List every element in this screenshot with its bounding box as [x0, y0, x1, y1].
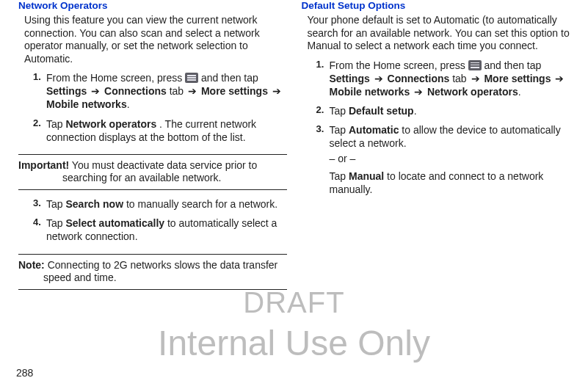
step-text: Tap — [330, 170, 349, 182]
ui-label-mobile-networks: Mobile networks — [46, 98, 127, 110]
left-column: Network Operators Using this feature you… — [11, 0, 294, 297]
period: . — [127, 98, 130, 110]
step-number: 1. — [316, 59, 324, 71]
or-divider: – or – — [330, 152, 570, 165]
period: . — [414, 105, 417, 117]
watermark-internal: Internal Use Only — [0, 323, 588, 363]
important-label: Important! — [18, 159, 69, 171]
period: . — [518, 86, 521, 98]
steps-left-first: 1. From the Home screen, press and then … — [18, 71, 287, 150]
steps-left-second: 3. Tap Search now to manually search for… — [18, 197, 287, 250]
ui-label-search-now: Search now — [65, 198, 123, 210]
arrow-icon: ➔ — [186, 85, 198, 97]
page-number: 288 — [16, 367, 33, 379]
note-body: Connecting to 2G networks slows the data… — [43, 259, 277, 284]
step-text: From the Home screen, press — [330, 59, 468, 71]
ui-label-select-automatically: Select automatically — [65, 217, 164, 229]
menu-icon — [185, 73, 198, 83]
ui-label-connections: Connections — [388, 73, 450, 84]
step-number: 3. — [33, 197, 41, 210]
note-label: Note: — [18, 259, 45, 271]
step-4-left: 4. Tap Select automatically to automatic… — [33, 216, 287, 249]
step-text: Tap — [330, 105, 349, 117]
ui-label-network-operators: Network operators — [427, 86, 518, 98]
step-1-right: 1. From the Home screen, press and then … — [316, 59, 570, 105]
step-number: 3. — [316, 123, 324, 136]
steps-right: 1. From the Home screen, press and then … — [302, 59, 570, 203]
step-text: and then tap — [201, 72, 258, 84]
ui-label-more-settings: More settings — [484, 73, 551, 84]
ui-label-settings: Settings — [330, 73, 370, 84]
step-text: and then tap — [484, 59, 541, 71]
arrow-icon: ➔ — [373, 73, 385, 84]
note-callout: Note: Connecting to 2G networks slows th… — [18, 254, 287, 290]
arrow-icon: ➔ — [413, 86, 424, 98]
arrow-icon: ➔ — [271, 85, 283, 97]
step-3-right: 3. Tap Automatic to allow the device to … — [316, 123, 570, 202]
ui-label-more-settings: More settings — [201, 85, 268, 97]
ui-label-settings: Settings — [46, 85, 87, 97]
step-text: Tap — [46, 217, 65, 229]
step-text: to manually search for a network. — [126, 198, 277, 210]
step-text: Tap — [46, 198, 65, 210]
intro-left: Using this feature you can view the curr… — [24, 14, 287, 65]
step-number: 2. — [33, 117, 41, 130]
step-text: tab — [170, 85, 186, 97]
step-text: tab — [452, 73, 469, 84]
step-number: 1. — [33, 71, 41, 84]
step-text: Tap — [330, 124, 349, 136]
arrow-icon: ➔ — [553, 73, 565, 84]
step-text: Tap — [46, 118, 65, 130]
important-callout: Important! You must deactivate data serv… — [18, 154, 287, 190]
menu-icon — [468, 60, 482, 70]
ui-label-mobile-networks: Mobile networks — [330, 86, 410, 98]
section-title-default-setup: Default Setup Options — [302, 0, 570, 11]
important-body: You must deactivate data service prior t… — [62, 159, 257, 184]
step-2-left: 2. Tap Network operators . The current n… — [33, 117, 287, 150]
step-number: 4. — [33, 216, 41, 229]
ui-label-default-setup: Default setup — [349, 105, 414, 117]
ui-label-connections: Connections — [104, 85, 167, 97]
step-3-left: 3. Tap Search now to manually search for… — [33, 197, 287, 216]
ui-label-manual: Manual — [349, 170, 384, 182]
ui-label-automatic: Automatic — [349, 124, 399, 136]
ui-label-network-operators: Network operators — [65, 118, 156, 130]
step-number: 2. — [316, 104, 324, 117]
arrow-icon: ➔ — [470, 73, 482, 84]
arrow-icon: ➔ — [90, 85, 101, 97]
step-text: From the Home screen, press — [46, 72, 185, 84]
step-2-right: 2. Tap Default setup. — [316, 104, 570, 123]
intro-right: Your phone default is set to Automatic (… — [308, 14, 570, 53]
right-column: Default Setup Options Your phone default… — [294, 0, 578, 297]
section-title-network-operators: Network Operators — [18, 0, 287, 11]
step-1-left: 1. From the Home screen, press and then … — [33, 71, 287, 117]
